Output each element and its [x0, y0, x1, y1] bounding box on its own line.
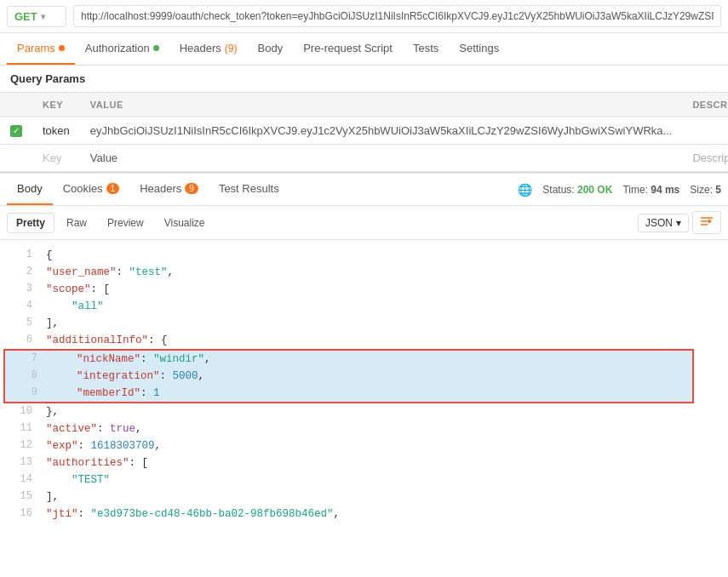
tab-body[interactable]: Body: [248, 33, 294, 65]
json-format-label: JSON: [645, 217, 673, 229]
tab-authorization-label: Authorization: [85, 42, 150, 54]
tab-params[interactable]: Params: [7, 33, 75, 65]
code-line-3: 3 "scope": [: [0, 281, 728, 298]
highlight-box: 7 "nickName": "windir", 8 "integration":…: [3, 349, 694, 403]
code-line-1: 1 {: [0, 247, 728, 264]
fmt-preview[interactable]: Preview: [99, 214, 152, 232]
headers-badge: (9): [225, 43, 238, 54]
col-check: [0, 93, 32, 117]
resp-tab-cookies[interactable]: Cookies 1: [53, 174, 130, 205]
code-line-5: 5 ],: [0, 315, 728, 332]
resp-tab-body-label: Body: [17, 182, 43, 195]
tab-prerequest[interactable]: Pre-request Script: [293, 33, 403, 65]
url-bar: GET ▾: [0, 0, 728, 33]
json-chevron-icon: ▾: [676, 217, 681, 229]
status-label: Status: 200 OK: [542, 184, 612, 196]
code-line-16: 16 "jti": "e3d973be-cd48-46bb-ba02-98fb6…: [0, 506, 728, 521]
resp-tab-headers-label: Headers: [140, 182, 181, 195]
fmt-visualize[interactable]: Visualize: [156, 214, 214, 232]
resp-headers-badge: 9: [185, 183, 198, 194]
code-line-4: 4 "all": [0, 298, 728, 315]
status-code: 200 OK: [577, 184, 612, 196]
code-line-6: 6 "additionalInfo": {: [0, 332, 728, 349]
json-format-select[interactable]: JSON ▾: [638, 214, 689, 232]
url-input[interactable]: [73, 5, 721, 27]
tab-authorization[interactable]: Authorization: [75, 33, 169, 65]
resp-tab-cookies-label: Cookies: [63, 182, 103, 195]
code-line-11: 11 "active": true,: [0, 420, 728, 437]
resp-tab-testresults[interactable]: Test Results: [209, 174, 289, 205]
code-line-10: 10 },: [0, 403, 728, 420]
tab-tests[interactable]: Tests: [403, 33, 449, 65]
code-line-13: 13 "authorities": [: [0, 454, 728, 471]
table-row: ✓ token eyJhbGciOiJSUzI1NiIsInR5cCI6IkpX…: [0, 117, 728, 145]
query-params-label: Query Params: [0, 66, 728, 93]
code-line-7: 7 "nickName": "windir",: [5, 351, 692, 368]
globe-icon: 🌐: [518, 183, 532, 197]
tab-tests-label: Tests: [413, 42, 439, 54]
empty-key[interactable]: Key: [32, 145, 80, 172]
method-select[interactable]: GET ▾: [7, 6, 66, 27]
table-row-empty: Key Value Description: [0, 145, 728, 172]
col-key-header: KEY: [32, 93, 80, 117]
tab-prerequest-label: Pre-request Script: [303, 42, 393, 54]
params-table: KEY VALUE DESCRIPTION ✓ token eyJhbGciOi…: [0, 93, 728, 172]
tab-headers[interactable]: Headers (9): [169, 33, 248, 65]
tab-body-label: Body: [258, 42, 284, 54]
response-area: Body Cookies 1 Headers 9 Test Results 🌐 …: [0, 172, 728, 521]
row-key[interactable]: token: [32, 117, 80, 145]
method-chevron: ▾: [41, 12, 45, 21]
empty-description[interactable]: Description: [682, 145, 728, 172]
col-value-header: VALUE: [80, 93, 683, 117]
time-label: Time: 94 ms: [622, 184, 679, 196]
resp-tab-testresults-label: Test Results: [219, 182, 279, 195]
code-line-8: 8 "integration": 5000,: [5, 368, 692, 385]
fmt-pretty[interactable]: Pretty: [7, 213, 54, 233]
params-dot: [59, 45, 65, 51]
resp-tab-headers[interactable]: Headers 9: [129, 174, 209, 205]
size-label: Size: 5: [690, 184, 721, 196]
wrap-button[interactable]: [692, 211, 721, 234]
empty-value[interactable]: Value: [80, 145, 683, 172]
fmt-raw[interactable]: Raw: [58, 214, 95, 232]
code-line-2: 2 "user_name": "test",: [0, 264, 728, 281]
format-bar: Pretty Raw Preview Visualize JSON ▾: [0, 206, 728, 240]
method-label: GET: [14, 10, 37, 23]
col-desc-header: DESCRIPTION: [682, 93, 728, 117]
row-description[interactable]: [682, 117, 728, 145]
row-checkbox-cell[interactable]: ✓: [0, 117, 32, 145]
status-area: 🌐 Status: 200 OK Time: 94 ms Size: 5: [518, 183, 721, 197]
row-value[interactable]: eyJhbGciOiJSUzI1NiIsInR5cCI6IkpXVCJ9.eyJ…: [80, 117, 683, 145]
resp-tab-body[interactable]: Body: [7, 174, 53, 205]
row-checkbox[interactable]: ✓: [10, 125, 22, 137]
cookies-badge: 1: [106, 183, 120, 194]
code-line-14: 14 "TEST": [0, 471, 728, 488]
code-line-15: 15 ],: [0, 488, 728, 506]
empty-checkbox-cell: [0, 145, 32, 172]
tab-settings[interactable]: Settings: [449, 33, 509, 65]
code-line-9: 9 "memberId": 1: [5, 385, 692, 402]
size-value: 5: [715, 184, 721, 196]
time-value: 94 ms: [651, 184, 679, 196]
wrap-icon: [700, 215, 714, 227]
response-tabs-bar: Body Cookies 1 Headers 9 Test Results 🌐 …: [0, 174, 728, 206]
authorization-dot: [153, 45, 159, 51]
tab-params-label: Params: [17, 42, 55, 54]
request-tabs: Params Authorization Headers (9) Body Pr…: [0, 33, 728, 66]
tab-headers-label: Headers: [180, 42, 221, 54]
code-line-12: 12 "exp": 1618303709,: [0, 437, 728, 454]
response-code-block: 1 { 2 "user_name": "test", 3 "scope": [ …: [0, 240, 728, 521]
tab-settings-label: Settings: [459, 42, 499, 54]
